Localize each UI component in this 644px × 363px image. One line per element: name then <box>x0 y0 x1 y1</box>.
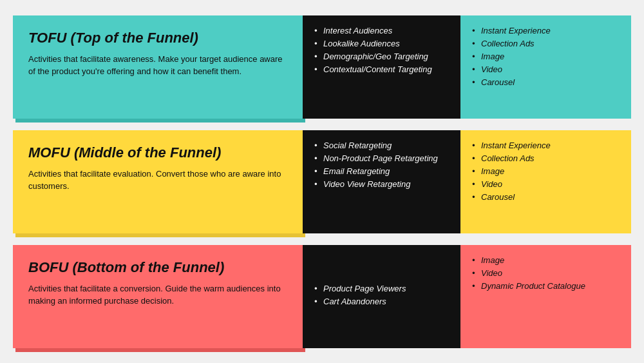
list-item: Image <box>472 255 620 265</box>
funnel-row-mofu: MOFU (Middle of the Funnel)Activities th… <box>13 130 631 233</box>
list-item: Collection Ads <box>472 153 620 163</box>
right-list-mofu: Instant ExperienceCollection AdsImageVid… <box>472 141 620 202</box>
right-list-bofu: ImageVideoDynamic Product Catalogue <box>472 255 620 291</box>
list-item: Email Retargeting <box>314 166 449 176</box>
title-tofu: TOFU (Top of the Funnel) <box>28 30 287 46</box>
middle-panel-mofu: Social RetargetingNon-Product Page Retar… <box>303 130 460 233</box>
left-panel-mofu: MOFU (Middle of the Funnel)Activities th… <box>13 130 303 233</box>
list-item: Lookalike Audiences <box>314 39 449 48</box>
middle-panel-tofu: Interest AudiencesLookalike AudiencesDem… <box>303 15 460 119</box>
list-item: Video <box>472 268 620 278</box>
description-bofu: Activities that facilitate a conversion.… <box>28 282 287 308</box>
description-mofu: Activities that facilitate evaluation. C… <box>28 168 287 193</box>
middle-list-mofu: Social RetargetingNon-Product Page Retar… <box>314 141 449 189</box>
middle-list-tofu: Interest AudiencesLookalike AudiencesDem… <box>314 26 449 74</box>
list-item: Dynamic Product Catalogue <box>472 281 620 291</box>
description-tofu: Activities that facilitate awareness. Ma… <box>28 53 287 78</box>
list-item: Non-Product Page Retargeting <box>314 153 449 163</box>
title-bofu: BOFU (Bottom of the Funnel) <box>28 259 287 276</box>
left-panel-bofu: BOFU (Bottom of the Funnel)Activities th… <box>13 245 303 348</box>
list-item: Instant Experience <box>472 26 620 35</box>
middle-panel-bofu: Product Page ViewersCart Abandoners <box>303 245 460 348</box>
funnel-row-bofu: BOFU (Bottom of the Funnel)Activities th… <box>13 245 631 348</box>
list-item: Collection Ads <box>472 39 620 48</box>
list-item: Contextual/Content Targeting <box>314 64 449 74</box>
list-item: Cart Abandoners <box>314 297 406 306</box>
list-item: Carousel <box>472 192 620 202</box>
list-item: Instant Experience <box>472 141 620 150</box>
list-item: Image <box>472 166 620 176</box>
list-item: Demographic/Geo Targeting <box>314 52 449 61</box>
right-panel-mofu: Instant ExperienceCollection AdsImageVid… <box>460 130 631 233</box>
list-item: Social Retargeting <box>314 141 449 150</box>
left-panel-tofu: TOFU (Top of the Funnel)Activities that … <box>13 15 303 119</box>
list-item: Image <box>472 52 620 61</box>
list-item: Video <box>472 179 620 189</box>
right-panel-bofu: ImageVideoDynamic Product Catalogue <box>460 245 631 348</box>
list-item: Product Page Viewers <box>314 284 406 293</box>
right-panel-tofu: Instant ExperienceCollection AdsImageVid… <box>460 15 631 119</box>
list-item: Carousel <box>472 77 620 87</box>
right-list-tofu: Instant ExperienceCollection AdsImageVid… <box>472 26 620 87</box>
list-item: Video <box>472 64 620 74</box>
main-content: TOFU (Top of the Funnel)Activities that … <box>13 15 631 348</box>
funnel-row-tofu: TOFU (Top of the Funnel)Activities that … <box>13 15 631 119</box>
list-item: Interest Audiences <box>314 26 449 35</box>
title-mofu: MOFU (Middle of the Funnel) <box>28 144 287 161</box>
list-item: Video View Retargeting <box>314 179 449 189</box>
middle-list-bofu: Product Page ViewersCart Abandoners <box>314 284 406 309</box>
